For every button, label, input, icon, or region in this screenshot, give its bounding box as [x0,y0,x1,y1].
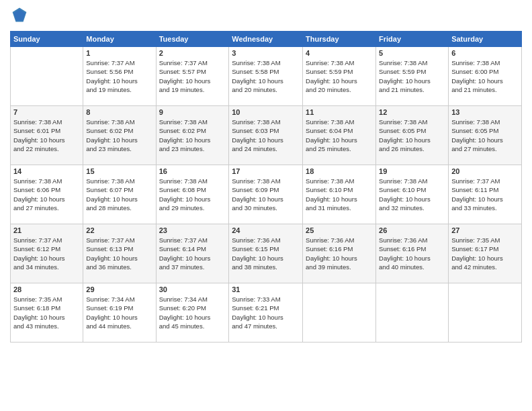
calendar-header-wednesday: Wednesday [229,32,303,47]
day-number: 12 [379,108,445,116]
day-number: 26 [379,226,445,234]
calendar-header-friday: Friday [376,32,449,47]
calendar-cell: 4Sunrise: 7:38 AM Sunset: 5:59 PM Daylig… [303,47,376,106]
calendar-cell: 28Sunrise: 7:35 AM Sunset: 6:18 PM Dayli… [11,283,83,342]
calendar-week-row: 7Sunrise: 7:38 AM Sunset: 6:01 PM Daylig… [11,106,522,165]
calendar-header-saturday: Saturday [449,32,522,47]
calendar-cell: 31Sunrise: 7:33 AM Sunset: 6:21 PM Dayli… [229,283,303,342]
calendar-cell: 26Sunrise: 7:36 AM Sunset: 6:16 PM Dayli… [376,224,449,283]
calendar-cell: 11Sunrise: 7:38 AM Sunset: 6:04 PM Dayli… [303,106,376,165]
day-info: Sunrise: 7:37 AM Sunset: 6:13 PM Dayligh… [86,236,152,271]
day-info: Sunrise: 7:34 AM Sunset: 6:20 PM Dayligh… [159,295,226,330]
calendar-cell: 8Sunrise: 7:38 AM Sunset: 6:02 PM Daylig… [83,106,156,165]
calendar-cell [11,47,83,106]
calendar-cell: 24Sunrise: 7:36 AM Sunset: 6:15 PM Dayli… [229,224,303,283]
calendar-cell [449,283,522,342]
calendar-cell: 14Sunrise: 7:38 AM Sunset: 6:06 PM Dayli… [11,165,83,224]
calendar-cell: 27Sunrise: 7:35 AM Sunset: 6:17 PM Dayli… [449,224,522,283]
header [10,7,522,26]
day-number: 28 [13,285,80,293]
day-number: 15 [86,167,152,175]
calendar-cell: 25Sunrise: 7:36 AM Sunset: 6:16 PM Dayli… [303,224,376,283]
calendar-cell: 7Sunrise: 7:38 AM Sunset: 6:01 PM Daylig… [11,106,83,165]
day-number: 7 [13,108,80,116]
calendar-cell: 12Sunrise: 7:38 AM Sunset: 6:05 PM Dayli… [376,106,449,165]
day-number: 4 [306,49,373,57]
day-number: 10 [232,108,300,116]
calendar-cell: 30Sunrise: 7:34 AM Sunset: 6:20 PM Dayli… [156,283,229,342]
day-number: 31 [232,285,300,293]
day-info: Sunrise: 7:38 AM Sunset: 6:10 PM Dayligh… [306,177,373,212]
day-info: Sunrise: 7:37 AM Sunset: 5:56 PM Dayligh… [86,58,152,94]
day-number: 23 [159,226,226,234]
day-info: Sunrise: 7:38 AM Sunset: 6:02 PM Dayligh… [86,118,152,153]
day-info: Sunrise: 7:35 AM Sunset: 6:18 PM Dayligh… [13,295,80,330]
day-info: Sunrise: 7:38 AM Sunset: 5:59 PM Dayligh… [306,58,373,94]
calendar-cell: 16Sunrise: 7:38 AM Sunset: 6:08 PM Dayli… [156,165,229,224]
page: SundayMondayTuesdayWednesdayThursdayFrid… [0,0,532,411]
day-number: 11 [306,108,373,116]
day-info: Sunrise: 7:38 AM Sunset: 6:10 PM Dayligh… [379,177,445,212]
calendar-cell: 2Sunrise: 7:37 AM Sunset: 5:57 PM Daylig… [156,47,229,106]
day-info: Sunrise: 7:38 AM Sunset: 6:02 PM Dayligh… [159,118,226,153]
day-info: Sunrise: 7:38 AM Sunset: 6:05 PM Dayligh… [451,118,519,153]
day-number: 16 [159,167,226,175]
calendar-cell: 9Sunrise: 7:38 AM Sunset: 6:02 PM Daylig… [156,106,229,165]
calendar-cell: 6Sunrise: 7:38 AM Sunset: 6:00 PM Daylig… [449,47,522,106]
day-info: Sunrise: 7:36 AM Sunset: 6:16 PM Dayligh… [306,236,373,271]
day-info: Sunrise: 7:34 AM Sunset: 6:19 PM Dayligh… [86,295,152,330]
day-info: Sunrise: 7:36 AM Sunset: 6:16 PM Dayligh… [379,236,445,271]
calendar-cell: 10Sunrise: 7:38 AM Sunset: 6:03 PM Dayli… [229,106,303,165]
calendar-cell: 17Sunrise: 7:38 AM Sunset: 6:09 PM Dayli… [229,165,303,224]
day-number: 9 [159,108,226,116]
calendar-cell: 23Sunrise: 7:37 AM Sunset: 6:14 PM Dayli… [156,224,229,283]
day-number: 22 [86,226,152,234]
day-info: Sunrise: 7:38 AM Sunset: 6:01 PM Dayligh… [13,118,80,153]
day-info: Sunrise: 7:38 AM Sunset: 6:04 PM Dayligh… [306,118,373,153]
day-info: Sunrise: 7:38 AM Sunset: 6:07 PM Dayligh… [86,177,152,212]
calendar-cell: 18Sunrise: 7:38 AM Sunset: 6:10 PM Dayli… [303,165,376,224]
calendar-cell: 15Sunrise: 7:38 AM Sunset: 6:07 PM Dayli… [83,165,156,224]
calendar-cell: 29Sunrise: 7:34 AM Sunset: 6:19 PM Dayli… [83,283,156,342]
day-info: Sunrise: 7:37 AM Sunset: 6:12 PM Dayligh… [13,236,80,271]
calendar-header-monday: Monday [83,32,156,47]
day-info: Sunrise: 7:35 AM Sunset: 6:17 PM Dayligh… [451,236,519,271]
day-info: Sunrise: 7:38 AM Sunset: 6:00 PM Dayligh… [451,58,519,94]
day-info: Sunrise: 7:38 AM Sunset: 6:06 PM Dayligh… [13,177,80,212]
day-number: 21 [13,226,80,234]
day-number: 6 [451,49,519,57]
logo-icon [11,7,28,23]
day-number: 27 [451,226,519,234]
day-info: Sunrise: 7:38 AM Sunset: 6:03 PM Dayligh… [232,118,300,153]
calendar-cell: 3Sunrise: 7:38 AM Sunset: 5:58 PM Daylig… [229,47,303,106]
calendar-cell: 21Sunrise: 7:37 AM Sunset: 6:12 PM Dayli… [11,224,83,283]
calendar-header-sunday: Sunday [11,32,83,47]
calendar-cell: 20Sunrise: 7:37 AM Sunset: 6:11 PM Dayli… [449,165,522,224]
calendar-cell: 19Sunrise: 7:38 AM Sunset: 6:10 PM Dayli… [376,165,449,224]
calendar-table: SundayMondayTuesdayWednesdayThursdayFrid… [10,31,522,342]
day-info: Sunrise: 7:38 AM Sunset: 5:59 PM Dayligh… [379,58,445,94]
day-number: 14 [13,167,80,175]
day-number: 20 [451,167,519,175]
day-info: Sunrise: 7:36 AM Sunset: 6:15 PM Dayligh… [232,236,300,271]
day-number: 17 [232,167,300,175]
calendar-week-row: 21Sunrise: 7:37 AM Sunset: 6:12 PM Dayli… [11,224,522,283]
calendar-cell [376,283,449,342]
day-number: 2 [159,49,226,57]
day-info: Sunrise: 7:37 AM Sunset: 5:57 PM Dayligh… [159,58,226,94]
calendar-header-thursday: Thursday [303,32,376,47]
day-number: 29 [86,285,152,293]
calendar-week-row: 14Sunrise: 7:38 AM Sunset: 6:06 PM Dayli… [11,165,522,224]
calendar-header-row: SundayMondayTuesdayWednesdayThursdayFrid… [11,32,522,47]
day-info: Sunrise: 7:38 AM Sunset: 6:09 PM Dayligh… [232,177,300,212]
day-number: 3 [232,49,300,57]
day-info: Sunrise: 7:33 AM Sunset: 6:21 PM Dayligh… [232,295,300,330]
logo [10,7,28,26]
day-info: Sunrise: 7:37 AM Sunset: 6:11 PM Dayligh… [451,177,519,212]
calendar-week-row: 28Sunrise: 7:35 AM Sunset: 6:18 PM Dayli… [11,283,522,342]
day-number: 30 [159,285,226,293]
calendar-cell: 1Sunrise: 7:37 AM Sunset: 5:56 PM Daylig… [83,47,156,106]
calendar-cell: 5Sunrise: 7:38 AM Sunset: 5:59 PM Daylig… [376,47,449,106]
day-number: 19 [379,167,445,175]
calendar-cell: 22Sunrise: 7:37 AM Sunset: 6:13 PM Dayli… [83,224,156,283]
